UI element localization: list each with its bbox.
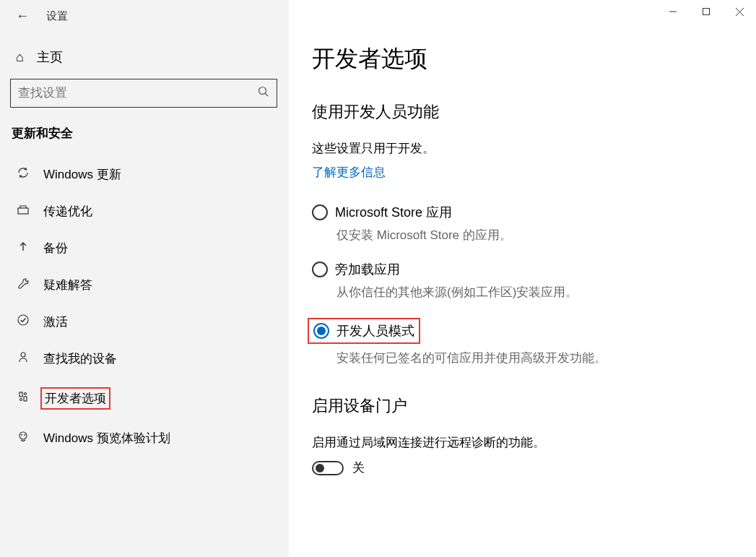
svg-point-7 <box>20 399 22 401</box>
radio-desc: 仅安装 Microsoft Store 的应用。 <box>336 227 733 243</box>
home-icon: ⌂ <box>16 50 24 65</box>
radio-icon <box>312 262 328 277</box>
radio-label: Microsoft Store 应用 <box>335 204 452 221</box>
svg-rect-5 <box>19 392 22 397</box>
main-content: 开发者选项 使用开发人员功能 这些设置只用于开发。 了解更多信息 Microso… <box>289 0 756 557</box>
svg-rect-2 <box>18 208 28 214</box>
toggle-state-label: 关 <box>352 459 365 476</box>
radio-store-apps[interactable]: Microsoft Store 应用 <box>312 204 733 221</box>
svg-point-10 <box>21 434 22 436</box>
svg-point-4 <box>21 353 25 357</box>
sidebar-item-backup[interactable]: 备份 <box>0 230 289 267</box>
learn-more-link[interactable]: 了解更多信息 <box>312 164 733 181</box>
device-portal-toggle-row: 关 <box>312 459 733 476</box>
sidebar-item-label: 传递优化 <box>43 203 92 220</box>
sidebar-item-delivery-optimization[interactable]: 传递优化 <box>0 193 289 230</box>
sidebar-item-label: Windows 更新 <box>43 166 121 183</box>
sidebar-item-label: 激活 <box>43 314 68 330</box>
radio-desc: 安装任何已签名的可信应用并使用高级开发功能。 <box>336 350 733 366</box>
app-title: 设置 <box>46 9 68 23</box>
radio-desc: 从你信任的其他来源(例如工作区)安装应用。 <box>336 284 733 301</box>
wrench-icon <box>16 277 30 293</box>
svg-line-1 <box>266 94 269 97</box>
radio-icon <box>312 204 328 220</box>
svg-rect-6 <box>24 397 27 401</box>
svg-point-0 <box>259 87 266 95</box>
device-portal-desc: 启用通过局域网连接进行远程诊断的功能。 <box>312 434 733 451</box>
search-input[interactable] <box>18 86 252 100</box>
device-portal-heading: 启用设备门户 <box>312 395 733 417</box>
dev-features-info: 这些设置只用于开发。 <box>312 140 733 157</box>
sidebar-item-troubleshoot[interactable]: 疑难解答 <box>0 267 289 303</box>
radio-label: 旁加载应用 <box>335 261 400 278</box>
sidebar-item-windows-update[interactable]: Windows 更新 <box>0 156 289 193</box>
svg-point-8 <box>25 393 27 395</box>
svg-point-9 <box>19 432 27 439</box>
sidebar-item-label: 疑难解答 <box>43 277 92 293</box>
radio-icon <box>313 323 329 339</box>
backup-icon <box>16 240 30 256</box>
sidebar-item-developer-options[interactable]: 开发者选项 <box>0 377 289 420</box>
radio-developer-mode[interactable]: 开发人员模式 <box>308 318 420 344</box>
radio-label: 开发人员模式 <box>336 322 414 340</box>
search-icon <box>258 86 269 100</box>
home-nav[interactable]: ⌂ 主页 <box>0 35 289 79</box>
refresh-icon <box>16 166 30 183</box>
find-device-icon <box>16 350 30 367</box>
category-label: 更新和安全 <box>0 125 289 156</box>
search-box[interactable] <box>10 79 277 108</box>
radio-option-sideload: 旁加载应用 从你信任的其他来源(例如工作区)安装应用。 <box>312 261 733 301</box>
sidebar-item-label: Windows 预览体验计划 <box>43 430 170 446</box>
radio-option-store-apps: Microsoft Store 应用 仅安装 Microsoft Store 的… <box>312 204 733 243</box>
sidebar-item-find-my-device[interactable]: 查找我的设备 <box>0 340 289 377</box>
dev-features-heading: 使用开发人员功能 <box>312 101 733 123</box>
sidebar-item-label: 开发者选项 <box>40 387 110 410</box>
dev-mode-radio-group: Microsoft Store 应用 仅安装 Microsoft Store 的… <box>312 204 733 366</box>
device-portal-toggle[interactable] <box>312 461 344 475</box>
back-button[interactable]: ← <box>16 9 29 24</box>
radio-option-developer-mode: 开发人员模式 安装任何已签名的可信应用并使用高级开发功能。 <box>312 318 733 366</box>
insider-icon <box>16 430 30 446</box>
svg-point-11 <box>24 434 25 436</box>
sidebar-item-activation[interactable]: 激活 <box>0 303 289 340</box>
sidebar-item-label: 备份 <box>43 240 68 256</box>
topbar: ← 设置 <box>0 6 289 35</box>
sidebar: ← 设置 ⌂ 主页 更新和安全 Windows 更新 传递优化 备份 疑难 <box>0 0 289 557</box>
home-label: 主页 <box>37 48 63 66</box>
toggle-knob-icon <box>316 464 324 472</box>
radio-sideload[interactable]: 旁加载应用 <box>312 261 733 278</box>
svg-point-3 <box>18 315 28 325</box>
sidebar-item-insider-program[interactable]: Windows 预览体验计划 <box>0 420 289 457</box>
page-title: 开发者选项 <box>312 43 733 75</box>
developer-icon <box>16 390 30 407</box>
check-icon <box>16 314 30 330</box>
sidebar-item-label: 查找我的设备 <box>43 350 117 367</box>
delivery-icon <box>16 203 30 220</box>
